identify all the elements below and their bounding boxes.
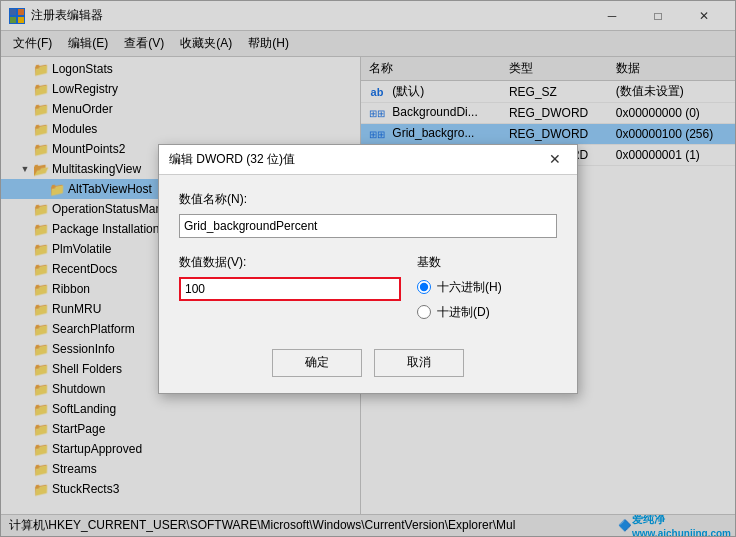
radio-hex-label[interactable]: 十六进制(H) <box>417 279 557 296</box>
dialog-body: 数值名称(N): 数值数据(V): 基数 十六进制(H) <box>159 175 577 337</box>
cancel-button[interactable]: 取消 <box>374 349 464 377</box>
radio-dec-text: 十进制(D) <box>437 304 490 321</box>
dialog-close-button[interactable]: ✕ <box>543 148 567 170</box>
radio-group: 十六进制(H) 十进制(D) <box>417 279 557 321</box>
edit-dword-dialog: 编辑 DWORD (32 位)值 ✕ 数值名称(N): 数值数据(V): 基数 … <box>158 144 578 394</box>
radio-dec[interactable] <box>417 305 431 319</box>
value-label: 数值数据(V): <box>179 254 401 271</box>
name-input[interactable] <box>179 214 557 238</box>
dialog-title-bar: 编辑 DWORD (32 位)值 ✕ <box>159 145 577 175</box>
value-section: 数值数据(V): <box>179 254 401 321</box>
value-input[interactable] <box>179 277 401 301</box>
radio-hex[interactable] <box>417 280 431 294</box>
dialog-buttons: 确定 取消 <box>159 337 577 393</box>
base-section: 基数 十六进制(H) 十进制(D) <box>417 254 557 321</box>
dialog-title: 编辑 DWORD (32 位)值 <box>169 151 543 168</box>
dialog-overlay: 编辑 DWORD (32 位)值 ✕ 数值名称(N): 数值数据(V): 基数 … <box>0 0 736 537</box>
value-row: 数值数据(V): 基数 十六进制(H) 十进制(D) <box>179 254 557 321</box>
radio-dec-label[interactable]: 十进制(D) <box>417 304 557 321</box>
radio-hex-text: 十六进制(H) <box>437 279 502 296</box>
base-label: 基数 <box>417 254 557 271</box>
name-label: 数值名称(N): <box>179 191 557 208</box>
ok-button[interactable]: 确定 <box>272 349 362 377</box>
